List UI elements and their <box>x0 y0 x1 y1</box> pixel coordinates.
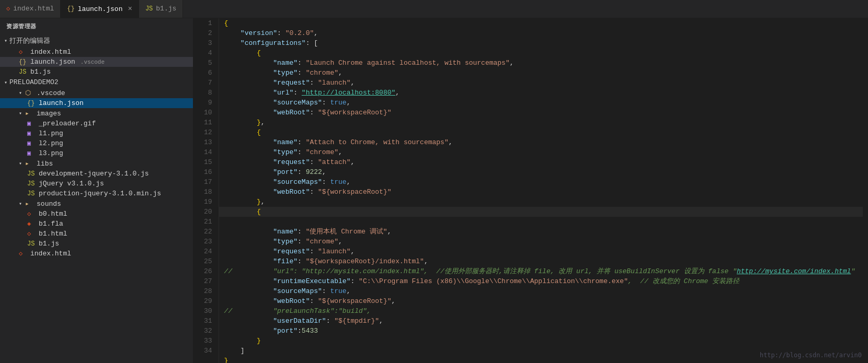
gif-icon: ▣ <box>27 120 36 127</box>
chevron-icon: ▾ <box>19 160 22 167</box>
line-numbers: 12345 678910 1112131415 1617181920 21222… <box>193 18 219 363</box>
folder-libs[interactable]: ▾ ▸ libs <box>0 158 193 169</box>
file-label: b1.fla <box>39 220 63 228</box>
img-icon: ▣ <box>27 130 36 137</box>
file-label: b1.js <box>30 68 51 76</box>
tab-label: launch.json <box>78 5 123 13</box>
watermark: http://blog.csdn.net/arvin0 <box>760 352 862 359</box>
file-label: development-jquery-3.1.0.js <box>39 170 149 178</box>
sidebar-item-jquery-min[interactable]: JS production-jquery-3.1.0.min.js <box>0 189 193 198</box>
editor-area: 12345 678910 1112131415 1617181920 21222… <box>193 18 868 363</box>
sidebar-item-jquery-dev[interactable]: JS development-jquery-3.1.0.js <box>0 169 193 179</box>
open-editors-section[interactable]: ▾ 打开的编辑器 <box>0 34 193 47</box>
file-label: _preloader.gif <box>39 120 96 127</box>
file-label: production-jquery-3.1.0.min.js <box>39 190 161 197</box>
chevron-icon: ▾ <box>4 79 7 86</box>
js-icon: JS <box>19 68 27 76</box>
html-icon: ◇ <box>19 250 27 257</box>
sidebar-title: 资源管理器 <box>0 18 193 34</box>
sidebar-item-l1-png[interactable]: ▣ l1.png <box>0 128 193 138</box>
folder-label: images <box>37 110 61 118</box>
folder-label: libs <box>37 160 53 168</box>
chevron-icon: ▾ <box>19 110 22 116</box>
folder-icon: ⬡ <box>25 89 33 97</box>
sidebar: 资源管理器 ▾ 打开的编辑器 ◇ index.html {} launch.js… <box>0 18 193 363</box>
js-icon: JS <box>27 180 36 188</box>
json-icon: {} <box>19 58 27 66</box>
sidebar-item-launch-json-open[interactable]: {} launch.json .vscode <box>0 57 193 67</box>
folder-icon: ▸ <box>25 159 33 168</box>
sidebar-item-b1-js[interactable]: JS b1.js <box>0 239 193 249</box>
html-icon: ◇ <box>19 48 27 56</box>
file-label: b1.html <box>39 230 67 238</box>
js-icon: JS <box>27 240 36 248</box>
js-icon: JS <box>27 170 36 178</box>
file-label: l1.png <box>39 130 63 137</box>
sidebar-item-jquery[interactable]: JS jQuery v3.1.0.js <box>0 179 193 189</box>
chevron-icon: ▾ <box>4 38 7 44</box>
tab-b1-js[interactable]: JS b1.js <box>139 0 183 18</box>
tab-index-html[interactable]: ◇ index.html <box>0 0 61 18</box>
open-editors-label: 打开的编辑器 <box>9 36 50 45</box>
json-icon: {} <box>67 5 74 13</box>
sidebar-item-index-html-open[interactable]: ◇ index.html <box>0 47 193 57</box>
sidebar-item-b1-html[interactable]: ◇ b1.html <box>0 229 193 239</box>
sidebar-item-b1-fla[interactable]: ◈ b1.fla <box>0 219 193 229</box>
tab-label: b1.js <box>156 5 176 13</box>
sidebar-item-l2-png[interactable]: ▣ l2.png <box>0 138 193 148</box>
folder-images[interactable]: ▾ ▸ images <box>0 108 193 119</box>
folder-label: sounds <box>37 200 61 208</box>
file-label: launch.json <box>30 58 75 66</box>
file-label: index.html <box>30 48 71 56</box>
tab-launch-json[interactable]: {} launch.json × <box>61 0 139 18</box>
folder-vscode[interactable]: ▾ ⬡ .vscode <box>0 88 193 98</box>
fla-icon: ◈ <box>27 220 36 228</box>
code-editor[interactable]: { "version": "0.2.0", "configurations": … <box>219 18 868 363</box>
file-label: b1.js <box>39 240 59 248</box>
main-layout: 资源管理器 ▾ 打开的编辑器 ◇ index.html {} launch.js… <box>0 18 868 363</box>
tab-label: index.html <box>13 5 54 13</box>
sidebar-item-index-html-root[interactable]: ◇ index.html <box>0 249 193 259</box>
sidebar-item-launch-json[interactable]: {} launch.json <box>0 98 193 108</box>
vscode-badge: .vscode <box>81 59 105 65</box>
chevron-icon: ▾ <box>19 201 22 207</box>
html-icon: ◇ <box>27 210 36 218</box>
file-label: l2.png <box>39 139 63 147</box>
close-icon[interactable]: × <box>128 5 132 13</box>
folder-label: .vscode <box>37 89 65 97</box>
html-icon: ◇ <box>27 230 36 238</box>
file-label: jQuery v3.1.0.js <box>39 180 104 188</box>
file-label: index.html <box>30 250 71 257</box>
file-label: l3.png <box>39 149 63 157</box>
file-label: launch.json <box>39 99 84 107</box>
json-icon: {} <box>27 100 36 107</box>
sidebar-item-l3-png[interactable]: ▣ l3.png <box>0 148 193 158</box>
chevron-icon: ▾ <box>19 90 22 96</box>
folder-icon: ▸ <box>25 200 33 208</box>
folder-sounds[interactable]: ▾ ▸ sounds <box>0 198 193 209</box>
html-icon: ◇ <box>6 5 10 13</box>
img-icon: ▣ <box>27 139 36 147</box>
sidebar-item-b0-html[interactable]: ◇ b0.html <box>0 209 193 219</box>
sidebar-item-preloader-gif[interactable]: ▣ _preloader.gif <box>0 119 193 128</box>
sidebar-item-b1js-open[interactable]: JS b1.js <box>0 67 193 77</box>
js-icon: JS <box>27 190 36 197</box>
tab-bar: ◇ index.html {} launch.json × JS b1.js <box>0 0 868 18</box>
file-label: b0.html <box>39 210 67 218</box>
project-label: PRELOADDEMO2 <box>9 78 59 86</box>
folder-icon: ▸ <box>25 109 33 118</box>
img-icon: ▣ <box>27 149 36 157</box>
js-icon: JS <box>145 5 153 13</box>
project-section[interactable]: ▾ PRELOADDEMO2 <box>0 77 193 88</box>
